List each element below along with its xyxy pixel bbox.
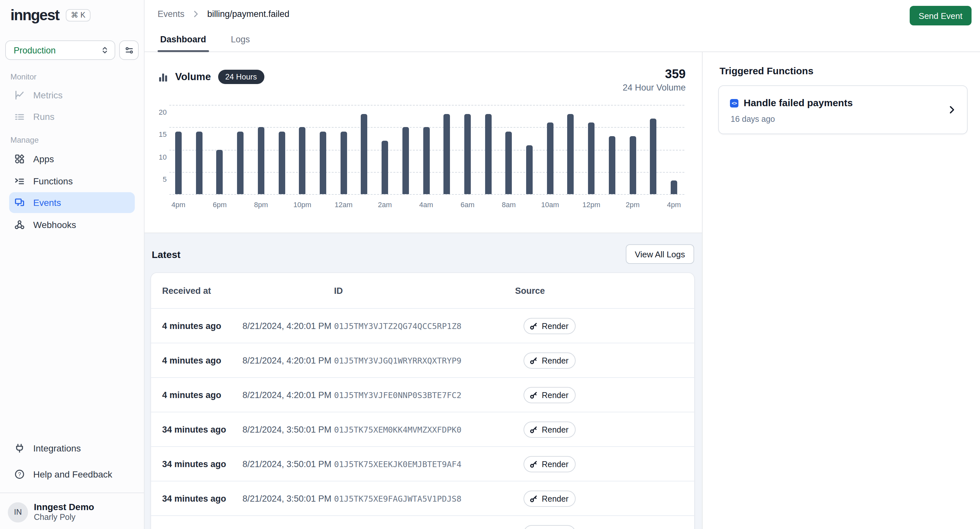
sliders-icon bbox=[124, 45, 134, 55]
function-card[interactable]: <> Handle failed payments 16 days ago bbox=[718, 85, 967, 134]
source-label: Render bbox=[542, 390, 568, 400]
table-row[interactable]: 4 minutes ago8/21/2024, 4:20:01 PM01J5TM… bbox=[151, 343, 694, 377]
volume-bar[interactable] bbox=[506, 132, 512, 194]
sidebar-item-events[interactable]: Events bbox=[9, 192, 135, 213]
volume-bar[interactable] bbox=[485, 114, 491, 194]
source-badge: Render bbox=[523, 422, 576, 438]
volume-bar[interactable] bbox=[382, 141, 388, 194]
volume-bar[interactable] bbox=[278, 132, 285, 194]
source-cell: Render bbox=[523, 378, 576, 413]
triggered-functions-title: Triggered Functions bbox=[719, 65, 813, 76]
table-row[interactable]: 34 minutes ago8/21/2024, 3:50:01 PM01J5T… bbox=[151, 481, 694, 515]
volume-bar[interactable] bbox=[526, 145, 533, 194]
environment-selector[interactable]: Production bbox=[5, 40, 115, 60]
key-icon bbox=[530, 391, 538, 399]
received-relative-time: 34 minutes ago bbox=[162, 447, 226, 481]
table-row[interactable]: 4 minutes ago8/21/2024, 4:20:01 PM01J5TM… bbox=[151, 377, 694, 412]
time-range-badge[interactable]: 24 Hours bbox=[218, 70, 264, 84]
volume-bar[interactable] bbox=[444, 114, 450, 194]
latest-title: Latest bbox=[152, 249, 180, 260]
source-badge: Render bbox=[523, 318, 576, 334]
breadcrumb-current: billing/payment.failed bbox=[207, 9, 290, 19]
table-row[interactable]: 4 minutes ago8/21/2024, 4:20:01 PM01J5TM… bbox=[151, 308, 694, 343]
volume-bar[interactable] bbox=[650, 118, 657, 194]
volume-bar[interactable] bbox=[340, 132, 347, 194]
environment-row: Production bbox=[5, 40, 139, 60]
tab-dashboard[interactable]: Dashboard bbox=[158, 26, 209, 52]
topbar: Events billing/payment.failed Send Event… bbox=[145, 0, 980, 52]
sidebar-item-webhooks[interactable]: Webhooks bbox=[0, 214, 144, 235]
chevron-updown-icon bbox=[100, 46, 110, 55]
volume-bar[interactable] bbox=[320, 132, 326, 194]
source-label: Render bbox=[542, 460, 568, 469]
column-received-at: Received at bbox=[162, 273, 211, 308]
source-cell: Render bbox=[523, 413, 576, 447]
volume-bar[interactable] bbox=[258, 127, 264, 194]
x-axis-tick-label: 10am bbox=[536, 201, 565, 209]
received-relative-time: 44 minutes ago bbox=[162, 516, 226, 529]
sidebar-item-help[interactable]: ? Help and Feedback bbox=[0, 463, 144, 485]
event-id: 01J5TMY3VJTZ2QG74QCC5RP1Z8 bbox=[334, 309, 461, 343]
event-id: 01J5TK75XE9FAGJWTA5V1PDJS8 bbox=[334, 481, 461, 516]
event-id: 01J5TK75XEM0KK4MVMZXXFDPK0 bbox=[334, 413, 461, 447]
volume-bar[interactable] bbox=[402, 127, 409, 194]
sidebar-item-apps[interactable]: Apps bbox=[0, 148, 144, 169]
sidebar-item-label: Events bbox=[33, 198, 61, 208]
source-badge: Render bbox=[523, 456, 576, 472]
logo-row: inngest ⌘ K bbox=[10, 6, 91, 24]
environment-settings-button[interactable] bbox=[119, 40, 139, 60]
volume-bar[interactable] bbox=[237, 132, 243, 194]
chart-gridline bbox=[169, 194, 684, 195]
tab-logs[interactable]: Logs bbox=[228, 26, 253, 52]
sidebar-item-label: Functions bbox=[33, 175, 73, 186]
table-header: Received at ID Source bbox=[151, 273, 694, 308]
source-label: Render bbox=[542, 356, 568, 365]
plug-icon bbox=[14, 443, 25, 453]
sidebar-item-metrics[interactable]: Metrics bbox=[0, 84, 144, 105]
send-event-button[interactable]: Send Event bbox=[910, 6, 972, 25]
sidebar-item-label: Help and Feedback bbox=[33, 469, 112, 479]
volume-bar[interactable] bbox=[609, 136, 615, 194]
volume-bar[interactable] bbox=[588, 123, 595, 194]
chart-gridline bbox=[169, 105, 684, 105]
x-axis-tick-label: 12am bbox=[329, 201, 358, 209]
view-all-logs-button[interactable]: View All Logs bbox=[626, 244, 694, 264]
source-cell: Render bbox=[523, 309, 576, 343]
y-axis-tick-label: 5 bbox=[147, 175, 167, 184]
sidebar-item-runs[interactable]: Runs bbox=[0, 105, 144, 127]
latest-section: Latest View All Logs Received at ID Sour… bbox=[145, 233, 702, 529]
volume-bar[interactable] bbox=[629, 136, 636, 194]
key-icon bbox=[530, 494, 538, 503]
volume-bar[interactable] bbox=[361, 114, 368, 194]
table-row[interactable]: 34 minutes ago8/21/2024, 3:50:01 PM01J5T… bbox=[151, 446, 694, 481]
volume-bar[interactable] bbox=[671, 181, 677, 194]
inngest-logo[interactable]: inngest bbox=[10, 6, 59, 24]
volume-bar[interactable] bbox=[175, 132, 182, 194]
user-menu[interactable]: IN Inngest Demo Charly Poly bbox=[8, 502, 94, 523]
volume-bar[interactable] bbox=[216, 150, 223, 194]
volume-stat: 359 24 Hour Volume bbox=[622, 67, 686, 92]
x-axis-tick-label: 8pm bbox=[247, 201, 275, 209]
event-id: 01J5TMY3VJGQ1WRYRRXQXTRYP9 bbox=[334, 343, 461, 378]
volume-bar[interactable] bbox=[299, 127, 306, 194]
breadcrumb-events-link[interactable]: Events bbox=[158, 9, 185, 19]
volume-bar[interactable] bbox=[423, 127, 430, 194]
volume-bar[interactable] bbox=[196, 132, 202, 194]
received-relative-time: 4 minutes ago bbox=[162, 378, 221, 413]
sidebar-item-functions[interactable]: Functions bbox=[0, 170, 144, 191]
source-cell: Render bbox=[523, 447, 576, 481]
volume-bar[interactable] bbox=[568, 114, 574, 194]
source-label: Render bbox=[542, 322, 568, 331]
column-id: ID bbox=[334, 273, 343, 308]
sidebar-item-integrations[interactable]: Integrations bbox=[0, 437, 144, 459]
x-axis-tick-label: 4am bbox=[412, 201, 441, 209]
command-k-shortcut[interactable]: ⌘ K bbox=[66, 9, 91, 22]
x-axis-tick-label: 4pm bbox=[660, 201, 688, 209]
volume-bar[interactable] bbox=[464, 114, 471, 194]
table-row[interactable]: 44 minutes ago8/21/2024, 3:40:01 PM01J5T… bbox=[151, 515, 694, 529]
volume-bar[interactable] bbox=[547, 123, 554, 194]
table-row[interactable]: 34 minutes ago8/21/2024, 3:50:01 PM01J5T… bbox=[151, 412, 694, 446]
y-axis-tick-label: 20 bbox=[147, 107, 167, 116]
sidebar-item-label: Metrics bbox=[33, 89, 62, 100]
runs-icon bbox=[14, 111, 25, 121]
